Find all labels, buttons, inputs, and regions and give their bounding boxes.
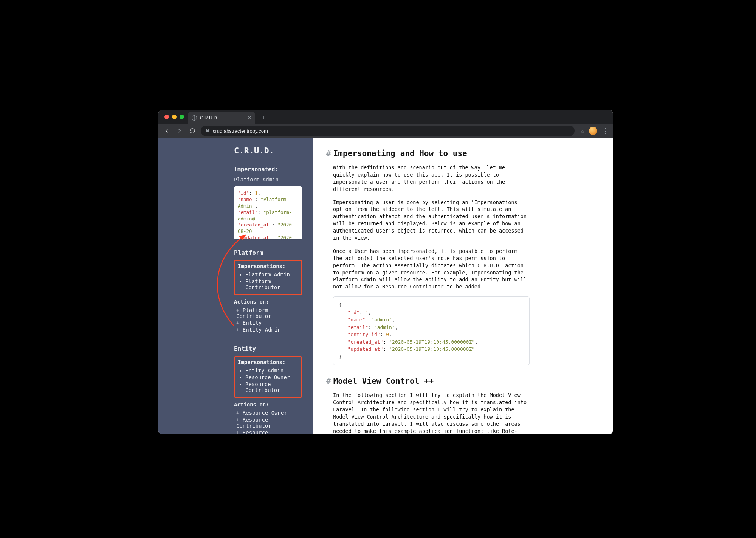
main-content: #Impersonating and How to use With the d… [313,138,613,434]
back-button[interactable] [162,126,171,135]
impersonated-role: Platform Admin [234,177,302,183]
globe-icon [192,115,197,121]
actions-label: Actions on: [234,299,302,305]
toolbar: crud.abstractentropy.com ☆ ⋮ [158,124,613,138]
sidebar-item-impersonate[interactable]: Resource Contributor [245,381,298,393]
section-heading: #Impersonating and How to use [326,149,598,158]
page: C.R.U.D. Impersonated: Platform Admin "i… [158,138,613,434]
json-str: "2020-05-19T19:10:45.000000Z" [389,346,475,352]
json-key: "name" [238,197,255,202]
json-key: "created_at" [238,222,272,228]
json-key: "email" [347,324,368,330]
hash-icon: # [326,377,331,386]
entity-actions: Actions on: Resource Owner Resource Cont… [234,402,302,434]
platform-actions: Actions on: Platform Contributor Entity … [234,299,302,333]
section-heading: #Model View Control ++ [326,377,598,386]
url-text: crud.abstractentropy.com [213,129,268,133]
sidebar-item-action[interactable]: Entity Admin [236,327,302,333]
platform-impersonations-box: Impersonations: Platform Admin Platform … [234,260,302,295]
paragraph: Impersonating a user is done by selectin… [333,199,530,242]
json-key: "entity_id" [347,332,380,337]
sidebar-item-impersonate[interactable]: Entity Admin [245,367,298,374]
json-num: 0 [386,332,389,337]
json-str: "admin" [371,317,392,322]
user-json-card: "id": 1, "name": "Platform Admin", "emai… [234,186,302,239]
heading-text: Impersonating and How to use [333,149,467,158]
browser-window: C.R.U.D. × + crud.abstractentropy.com [158,110,613,434]
tab-close-button[interactable]: × [247,115,252,121]
sidebar-item-action[interactable]: Entity [236,320,302,326]
json-str: "admin" [374,324,395,330]
sidebar-item-impersonate[interactable]: Platform Admin [245,271,298,278]
json-key: "updated_at" [238,235,272,239]
reload-button[interactable] [188,126,197,135]
close-window-button[interactable] [164,115,169,119]
maximize-window-button[interactable] [180,115,184,119]
paragraph: With the definitions and scenario out of… [333,164,530,193]
code-block: { "id": 1, "name": "admin", "email": "ad… [333,296,530,365]
actions-label: Actions on: [234,402,302,408]
sidebar-item-action[interactable]: Resource [236,429,302,434]
impersonated-header: Impersonated: [234,166,302,173]
tab-title: C.R.U.D. [200,112,218,124]
sidebar: C.R.U.D. Impersonated: Platform Admin "i… [158,138,313,434]
impersonations-label: Impersonations: [238,263,298,269]
brace: } [339,354,342,360]
sidebar-item-action[interactable]: Resource Contributor [236,417,302,429]
hash-icon: # [326,149,331,158]
profile-avatar[interactable] [589,127,597,135]
address-bar[interactable]: crud.abstractentropy.com [201,126,575,136]
sidebar-item-impersonate[interactable]: Platform Contributor [245,278,298,290]
impersonations-label: Impersonations: [238,359,298,365]
sidebar-item-impersonate[interactable]: Resource Owner [245,374,298,380]
json-key: "id" [238,190,249,196]
entity-title: Entity [234,345,302,352]
json-key: "id" [347,310,359,315]
tab-bar: C.R.U.D. × + [158,110,613,124]
sidebar-item-action[interactable]: Platform Contributor [236,307,302,319]
platform-title: Platform [234,249,302,256]
json-str: "2020-05-19T19:10:45.000000Z" [389,339,475,345]
browser-tab[interactable]: C.R.U.D. × [188,112,255,124]
brace: { [339,302,342,308]
json-num: 1 [255,190,258,196]
bookmark-star-icon[interactable]: ☆ [581,127,584,135]
paragraph: In the following section I will try to e… [333,392,530,434]
entity-group: Entity Impersonations: Entity Admin Reso… [234,345,302,434]
json-num: 1 [365,310,368,315]
brand-title: C.R.U.D. [234,146,302,155]
heading-text: Model View Control ++ [333,377,434,386]
window-controls [164,115,184,119]
json-key: "name" [347,317,365,322]
lock-icon [205,128,210,133]
new-tab-button[interactable]: + [258,113,269,123]
menu-button[interactable]: ⋮ [602,127,609,134]
sidebar-item-action[interactable]: Resource Owner [236,410,302,416]
json-key: "updated_at" [347,346,383,352]
platform-group: Platform Impersonations: Platform Admin … [234,249,302,333]
entity-impersonations-box: Impersonations: Entity Admin Resource Ow… [234,356,302,398]
paragraph: Once a User has been impersonated, it is… [333,248,530,290]
json-key: "email" [238,209,258,215]
forward-button[interactable] [175,126,184,135]
json-key: "created_at" [347,339,383,345]
minimize-window-button[interactable] [172,115,177,119]
